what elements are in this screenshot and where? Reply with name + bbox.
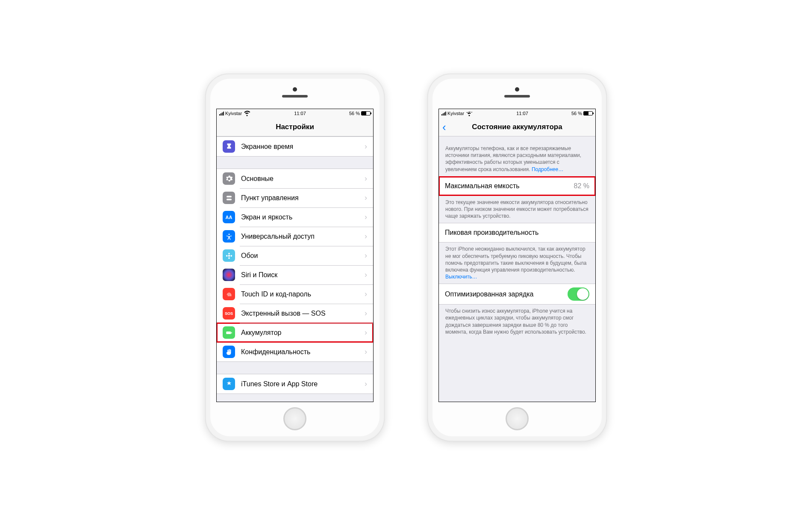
screen-settings: Kyivstar 11:07 56 % Настройки bbox=[216, 109, 374, 402]
row-label: Конфиденциальность bbox=[241, 348, 365, 356]
wifi-icon bbox=[243, 109, 251, 118]
svg-rect-8 bbox=[226, 331, 231, 334]
row-max-capacity[interactable]: Максимальная емкость 82 % bbox=[439, 177, 595, 195]
chevron-right-icon: › bbox=[365, 309, 367, 318]
phone-right: Kyivstar 11:07 56 % ‹ Состояние аккумуля… bbox=[427, 74, 607, 441]
capacity-footnote: Это текущее значение емкости аккумулятор… bbox=[439, 196, 595, 223]
svg-point-3 bbox=[228, 255, 230, 257]
row-touchid[interactable]: Touch ID и код-пароль › bbox=[217, 284, 373, 304]
intro-footnote: Аккумуляторы телефона, как и все перезар… bbox=[439, 136, 595, 176]
battery-percent: 56 % bbox=[571, 111, 582, 116]
battery-row-icon bbox=[223, 326, 235, 339]
back-button[interactable]: ‹ bbox=[442, 121, 446, 133]
row-label: Универсальный доступ bbox=[241, 233, 365, 240]
phone-left: Kyivstar 11:07 56 % Настройки bbox=[205, 74, 385, 441]
front-camera bbox=[515, 87, 519, 92]
learn-more-link[interactable]: Подробнее… bbox=[532, 166, 563, 172]
row-privacy[interactable]: Конфиденциальность › bbox=[217, 342, 373, 361]
row-optimized-charging[interactable]: Оптимизированная зарядка bbox=[439, 284, 595, 304]
row-label: Siri и Поиск bbox=[241, 271, 365, 279]
svg-rect-9 bbox=[231, 332, 232, 333]
carrier-name: Kyivstar bbox=[447, 111, 464, 116]
row-itunes[interactable]: iTunes Store и App Store › bbox=[217, 374, 373, 394]
svg-point-4 bbox=[228, 252, 230, 254]
siri-icon bbox=[223, 269, 235, 281]
optimized-label: Оптимизированная зарядка bbox=[445, 290, 568, 298]
chevron-right-icon: › bbox=[365, 142, 367, 151]
accessibility-icon bbox=[223, 230, 235, 243]
svg-point-5 bbox=[228, 257, 230, 259]
row-general[interactable]: Основные › bbox=[217, 169, 373, 188]
row-label: Экран и яркость bbox=[241, 213, 365, 221]
switches-icon bbox=[223, 192, 235, 204]
chevron-right-icon: › bbox=[365, 328, 367, 337]
home-button[interactable] bbox=[283, 407, 306, 430]
status-bar: Kyivstar 11:07 56 % bbox=[217, 109, 373, 118]
signal-icon bbox=[219, 112, 224, 115]
peak-note-text: Этот iPhone неожиданно выключился, так к… bbox=[445, 246, 587, 273]
text-size-icon: AA bbox=[223, 211, 235, 223]
nav-bar: ‹ Состояние аккумулятора bbox=[439, 118, 595, 136]
row-label: Экранное время bbox=[241, 143, 365, 151]
row-screen-time[interactable]: Экранное время › bbox=[217, 137, 373, 156]
appstore-icon bbox=[223, 378, 235, 390]
svg-rect-1 bbox=[227, 198, 232, 200]
settings-list[interactable]: Экранное время › Основные › bbox=[217, 136, 373, 402]
row-control-center[interactable]: Пункт управления › bbox=[217, 188, 373, 207]
row-label: Пункт управления bbox=[241, 194, 365, 202]
front-camera bbox=[293, 87, 297, 92]
speaker bbox=[504, 95, 530, 98]
screen-battery-health: Kyivstar 11:07 56 % ‹ Состояние аккумуля… bbox=[438, 109, 596, 402]
max-capacity-value: 82 % bbox=[574, 182, 589, 190]
row-battery[interactable]: Аккумулятор › bbox=[217, 323, 373, 342]
row-label: iTunes Store и App Store bbox=[241, 380, 365, 388]
optimized-toggle[interactable] bbox=[568, 287, 589, 301]
speaker bbox=[282, 95, 308, 98]
carrier-name: Kyivstar bbox=[225, 111, 242, 116]
gear-icon bbox=[223, 172, 235, 185]
row-label: Экстренный вызов — SOS bbox=[241, 310, 365, 317]
battery-percent: 56 % bbox=[349, 111, 360, 116]
row-label: Аккумулятор bbox=[241, 329, 365, 337]
row-siri[interactable]: Siri и Поиск › bbox=[217, 265, 373, 284]
peak-footnote: Этот iPhone неожиданно выключился, так к… bbox=[439, 243, 595, 284]
optimized-footnote: Чтобы снизить износ аккумулятора, iPhone… bbox=[439, 305, 595, 339]
row-sos[interactable]: SOS Экстренный вызов — SOS › bbox=[217, 304, 373, 323]
bezel: Kyivstar 11:07 56 % ‹ Состояние аккумуля… bbox=[432, 79, 602, 436]
chevron-right-icon: › bbox=[365, 232, 367, 241]
row-accessibility[interactable]: Универсальный доступ › bbox=[217, 227, 373, 246]
page-title: Состояние аккумулятора bbox=[472, 123, 562, 131]
nav-bar: Настройки bbox=[217, 118, 373, 136]
clock: 11:07 bbox=[516, 111, 528, 116]
home-button[interactable] bbox=[506, 407, 529, 430]
svg-rect-0 bbox=[227, 195, 232, 197]
svg-point-2 bbox=[228, 234, 229, 235]
row-label: Touch ID и код-пароль bbox=[241, 290, 365, 298]
row-label: Обои bbox=[241, 252, 365, 260]
battery-health-content[interactable]: Аккумуляторы телефона, как и все перезар… bbox=[439, 136, 595, 402]
row-display[interactable]: AA Экран и яркость › bbox=[217, 207, 373, 227]
signal-icon bbox=[441, 112, 446, 115]
status-bar: Kyivstar 11:07 56 % bbox=[439, 109, 595, 118]
max-capacity-label: Максимальная емкость bbox=[445, 182, 571, 190]
row-label: Основные bbox=[241, 175, 365, 183]
hourglass-icon bbox=[223, 140, 235, 153]
page-title: Настройки bbox=[276, 123, 314, 131]
chevron-right-icon: › bbox=[365, 213, 367, 222]
flower-icon bbox=[223, 249, 235, 262]
battery-icon bbox=[583, 111, 593, 115]
chevron-right-icon: › bbox=[365, 174, 367, 183]
wifi-icon bbox=[465, 109, 473, 118]
clock: 11:07 bbox=[294, 111, 306, 116]
chevron-right-icon: › bbox=[365, 251, 367, 260]
chevron-right-icon: › bbox=[365, 193, 367, 202]
chevron-right-icon: › bbox=[365, 270, 367, 279]
chevron-right-icon: › bbox=[365, 379, 367, 388]
row-peak-performance[interactable]: Пиковая производительность bbox=[439, 223, 595, 242]
disable-link[interactable]: Выключить… bbox=[445, 274, 477, 280]
peak-label: Пиковая производительность bbox=[445, 229, 589, 237]
chevron-right-icon: › bbox=[365, 290, 367, 299]
svg-point-6 bbox=[226, 255, 227, 257]
row-wallpaper[interactable]: Обои › bbox=[217, 246, 373, 265]
sos-icon: SOS bbox=[223, 307, 235, 320]
